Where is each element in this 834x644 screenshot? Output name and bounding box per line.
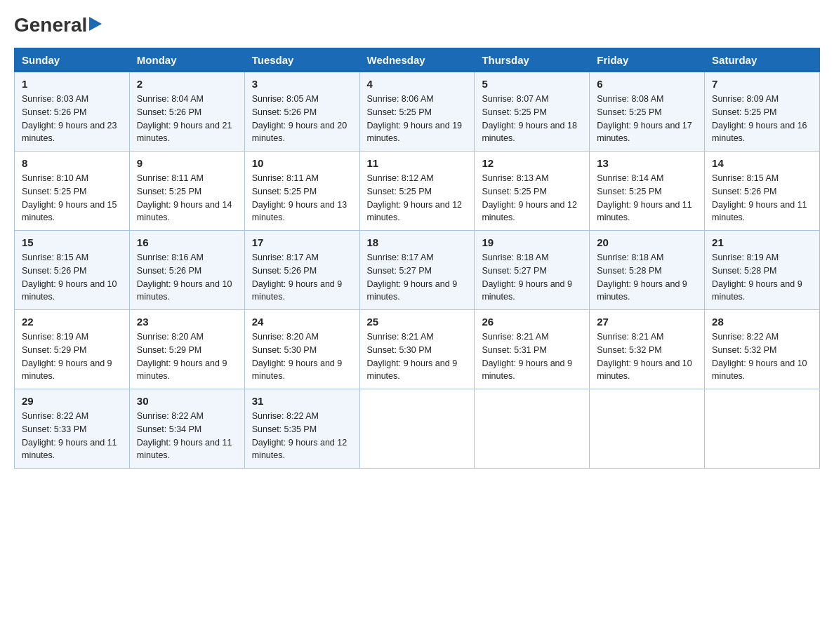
day-cell: 26 Sunrise: 8:21 AMSunset: 5:31 PMDaylig… xyxy=(475,310,590,389)
header-sunday: Sunday xyxy=(15,48,130,72)
day-cell xyxy=(705,389,820,469)
day-cell xyxy=(590,389,705,469)
day-number: 4 xyxy=(367,78,468,90)
header-monday: Monday xyxy=(129,48,244,72)
logo-arrow-icon xyxy=(89,17,102,34)
week-row-4: 22 Sunrise: 8:19 AMSunset: 5:29 PMDaylig… xyxy=(15,310,820,389)
day-cell: 20 Sunrise: 8:18 AMSunset: 5:28 PMDaylig… xyxy=(590,231,705,310)
day-number: 1 xyxy=(22,78,122,90)
day-number: 13 xyxy=(597,157,697,169)
day-number: 12 xyxy=(482,157,582,169)
day-info: Sunrise: 8:14 AMSunset: 5:25 PMDaylight:… xyxy=(597,173,692,222)
day-cell: 29 Sunrise: 8:22 AMSunset: 5:33 PMDaylig… xyxy=(15,389,130,469)
day-info: Sunrise: 8:13 AMSunset: 5:25 PMDaylight:… xyxy=(482,173,577,222)
day-number: 11 xyxy=(367,157,468,169)
day-cell: 2 Sunrise: 8:04 AMSunset: 5:26 PMDayligh… xyxy=(129,72,244,152)
day-cell: 4 Sunrise: 8:06 AMSunset: 5:25 PMDayligh… xyxy=(359,72,475,152)
day-cell: 3 Sunrise: 8:05 AMSunset: 5:26 PMDayligh… xyxy=(244,72,359,152)
day-number: 26 xyxy=(482,316,582,328)
day-info: Sunrise: 8:18 AMSunset: 5:27 PMDaylight:… xyxy=(482,253,572,302)
day-cell: 21 Sunrise: 8:19 AMSunset: 5:28 PMDaylig… xyxy=(705,231,820,310)
day-cell: 6 Sunrise: 8:08 AMSunset: 5:25 PMDayligh… xyxy=(590,72,705,152)
day-cell xyxy=(475,389,590,469)
day-number: 2 xyxy=(137,78,237,90)
day-info: Sunrise: 8:12 AMSunset: 5:25 PMDaylight:… xyxy=(367,173,463,222)
day-cell: 14 Sunrise: 8:15 AMSunset: 5:26 PMDaylig… xyxy=(705,152,820,231)
day-info: Sunrise: 8:20 AMSunset: 5:30 PMDaylight:… xyxy=(252,332,343,381)
day-number: 14 xyxy=(712,157,812,169)
day-info: Sunrise: 8:06 AMSunset: 5:25 PMDaylight:… xyxy=(367,94,463,143)
day-cell: 17 Sunrise: 8:17 AMSunset: 5:26 PMDaylig… xyxy=(244,231,359,310)
day-cell: 25 Sunrise: 8:21 AMSunset: 5:30 PMDaylig… xyxy=(359,310,475,389)
day-number: 10 xyxy=(252,157,352,169)
day-info: Sunrise: 8:16 AMSunset: 5:26 PMDaylight:… xyxy=(137,253,232,302)
day-info: Sunrise: 8:19 AMSunset: 5:28 PMDaylight:… xyxy=(712,253,802,302)
day-info: Sunrise: 8:22 AMSunset: 5:33 PMDaylight:… xyxy=(22,411,117,460)
day-number: 21 xyxy=(712,236,812,248)
day-info: Sunrise: 8:08 AMSunset: 5:25 PMDaylight:… xyxy=(597,94,692,143)
day-cell: 11 Sunrise: 8:12 AMSunset: 5:25 PMDaylig… xyxy=(359,152,475,231)
day-info: Sunrise: 8:21 AMSunset: 5:32 PMDaylight:… xyxy=(597,332,692,381)
header-thursday: Thursday xyxy=(475,48,590,72)
day-number: 24 xyxy=(252,316,352,328)
day-info: Sunrise: 8:21 AMSunset: 5:30 PMDaylight:… xyxy=(367,332,458,381)
day-cell: 31 Sunrise: 8:22 AMSunset: 5:35 PMDaylig… xyxy=(244,389,359,469)
day-info: Sunrise: 8:19 AMSunset: 5:29 PMDaylight:… xyxy=(22,332,112,381)
page-header: General xyxy=(14,14,820,34)
day-info: Sunrise: 8:11 AMSunset: 5:25 PMDaylight:… xyxy=(137,173,232,222)
header-wednesday: Wednesday xyxy=(359,48,475,72)
day-info: Sunrise: 8:22 AMSunset: 5:35 PMDaylight:… xyxy=(252,411,348,460)
day-number: 29 xyxy=(22,395,122,407)
week-row-5: 29 Sunrise: 8:22 AMSunset: 5:33 PMDaylig… xyxy=(15,389,820,469)
day-number: 22 xyxy=(22,316,122,328)
header-saturday: Saturday xyxy=(705,48,820,72)
week-row-2: 8 Sunrise: 8:10 AMSunset: 5:25 PMDayligh… xyxy=(15,152,820,231)
day-info: Sunrise: 8:22 AMSunset: 5:32 PMDaylight:… xyxy=(712,332,807,381)
header-friday: Friday xyxy=(590,48,705,72)
day-info: Sunrise: 8:04 AMSunset: 5:26 PMDaylight:… xyxy=(137,94,232,143)
logo-general-text: General xyxy=(14,14,87,36)
day-info: Sunrise: 8:15 AMSunset: 5:26 PMDaylight:… xyxy=(22,253,117,302)
day-number: 19 xyxy=(482,236,582,248)
day-info: Sunrise: 8:21 AMSunset: 5:31 PMDaylight:… xyxy=(482,332,572,381)
day-cell: 22 Sunrise: 8:19 AMSunset: 5:29 PMDaylig… xyxy=(15,310,130,389)
day-number: 3 xyxy=(252,78,352,90)
day-cell: 16 Sunrise: 8:16 AMSunset: 5:26 PMDaylig… xyxy=(129,231,244,310)
day-number: 9 xyxy=(137,157,237,169)
day-info: Sunrise: 8:09 AMSunset: 5:25 PMDaylight:… xyxy=(712,94,807,143)
day-number: 31 xyxy=(252,395,352,407)
day-number: 17 xyxy=(252,236,352,248)
day-number: 27 xyxy=(597,316,697,328)
day-number: 30 xyxy=(137,395,237,407)
day-cell: 9 Sunrise: 8:11 AMSunset: 5:25 PMDayligh… xyxy=(129,152,244,231)
day-cell xyxy=(359,389,475,469)
day-cell: 27 Sunrise: 8:21 AMSunset: 5:32 PMDaylig… xyxy=(590,310,705,389)
day-cell: 13 Sunrise: 8:14 AMSunset: 5:25 PMDaylig… xyxy=(590,152,705,231)
day-info: Sunrise: 8:03 AMSunset: 5:26 PMDaylight:… xyxy=(22,94,117,143)
day-info: Sunrise: 8:10 AMSunset: 5:25 PMDaylight:… xyxy=(22,173,117,222)
day-cell: 1 Sunrise: 8:03 AMSunset: 5:26 PMDayligh… xyxy=(15,72,130,152)
day-info: Sunrise: 8:17 AMSunset: 5:26 PMDaylight:… xyxy=(252,253,343,302)
day-info: Sunrise: 8:18 AMSunset: 5:28 PMDaylight:… xyxy=(597,253,687,302)
day-number: 5 xyxy=(482,78,582,90)
day-number: 20 xyxy=(597,236,697,248)
logo: General xyxy=(14,14,103,34)
calendar-table: SundayMondayTuesdayWednesdayThursdayFrid… xyxy=(14,48,820,469)
day-number: 28 xyxy=(712,316,812,328)
day-cell: 10 Sunrise: 8:11 AMSunset: 5:25 PMDaylig… xyxy=(244,152,359,231)
day-cell: 12 Sunrise: 8:13 AMSunset: 5:25 PMDaylig… xyxy=(475,152,590,231)
day-cell: 23 Sunrise: 8:20 AMSunset: 5:29 PMDaylig… xyxy=(129,310,244,389)
day-cell: 5 Sunrise: 8:07 AMSunset: 5:25 PMDayligh… xyxy=(475,72,590,152)
day-number: 7 xyxy=(712,78,812,90)
day-info: Sunrise: 8:17 AMSunset: 5:27 PMDaylight:… xyxy=(367,253,458,302)
day-info: Sunrise: 8:15 AMSunset: 5:26 PMDaylight:… xyxy=(712,173,807,222)
day-cell: 7 Sunrise: 8:09 AMSunset: 5:25 PMDayligh… xyxy=(705,72,820,152)
day-info: Sunrise: 8:05 AMSunset: 5:26 PMDaylight:… xyxy=(252,94,348,143)
week-row-3: 15 Sunrise: 8:15 AMSunset: 5:26 PMDaylig… xyxy=(15,231,820,310)
calendar-header-row: SundayMondayTuesdayWednesdayThursdayFrid… xyxy=(15,48,820,72)
day-number: 6 xyxy=(597,78,697,90)
day-cell: 8 Sunrise: 8:10 AMSunset: 5:25 PMDayligh… xyxy=(15,152,130,231)
day-info: Sunrise: 8:20 AMSunset: 5:29 PMDaylight:… xyxy=(137,332,227,381)
day-info: Sunrise: 8:07 AMSunset: 5:25 PMDaylight:… xyxy=(482,94,577,143)
day-number: 18 xyxy=(367,236,468,248)
